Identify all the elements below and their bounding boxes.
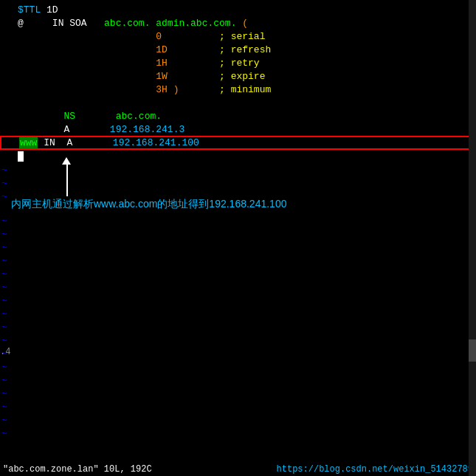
statusbar-left: "abc.com.zone.lan" 10L, 192C: [3, 464, 152, 475]
serial-num: 0: [156, 31, 162, 42]
serial-comment: ; serial: [219, 31, 265, 42]
ns-domain: abc.com.: [116, 111, 162, 122]
www-a: A: [66, 137, 72, 148]
line-2: @ IN SOA abc.com. admin.abc.com. (: [0, 16, 476, 30]
in-keyword: IN SOA: [52, 18, 87, 29]
spacer3: [72, 137, 113, 148]
expire-num: 1W: [156, 71, 168, 82]
editor-area: $TTL 1D @ IN SOA abc.com. admin.abc.com.…: [0, 0, 476, 476]
spacer: [162, 31, 219, 42]
line-blank: [0, 96, 476, 109]
spacer: [24, 18, 52, 29]
spacer2: [87, 18, 104, 29]
spacer3: [236, 18, 242, 29]
statusbar-right: https://blog.csdn.net/weixin_51432789: [277, 464, 473, 475]
spacer: [69, 124, 110, 135]
cursor-block: [18, 151, 24, 162]
a-keyword: A: [63, 124, 69, 135]
tilde-2: ~: [0, 176, 476, 190]
ns-keyword: NS: [63, 111, 75, 122]
line-ns: NS abc.com.: [0, 109, 476, 123]
www-in: IN: [44, 137, 55, 148]
retry-comment: ; retry: [219, 58, 260, 69]
soa-domain: abc.com. admin.abc.com.: [104, 18, 236, 29]
annotation-text: 内网主机通过解析www.abc.com的地址得到192.168.241.100: [11, 198, 286, 211]
retry-num: 1H: [156, 58, 168, 69]
line-6: 1W ; expire: [0, 69, 476, 83]
spacer: [168, 58, 219, 69]
expire-comment: ; expire: [219, 71, 265, 82]
refresh-comment: ; refresh: [219, 44, 271, 55]
indent: [18, 111, 63, 122]
scrollbar-thumb[interactable]: [469, 339, 476, 362]
ttl-value: 1D: [41, 4, 58, 15]
line-3: 0 ; serial: [0, 30, 476, 43]
arrow-line: [66, 164, 68, 196]
tilde-1: ~: [0, 163, 476, 176]
spacer: [179, 84, 219, 95]
spacer: [168, 44, 219, 55]
line-5: 1H ; retry: [0, 56, 476, 69]
minimum-num: 3H ): [156, 84, 179, 95]
www-ip: 192.168.241.100: [113, 137, 199, 148]
open-paren: (: [242, 18, 248, 29]
side-label: .4: [0, 347, 10, 357]
spacer: [38, 137, 44, 148]
at-sign: @: [18, 18, 24, 29]
indent: [18, 124, 63, 135]
indent: [18, 44, 156, 55]
spacer: [75, 111, 116, 122]
www-label: www: [19, 137, 38, 148]
cursor-line: [0, 150, 476, 163]
minimum-comment: ; minimum: [219, 84, 271, 95]
indent: [18, 71, 156, 82]
refresh-num: 1D: [156, 44, 168, 55]
tilde-group-2: ~ ~ ~ ~ ~ ~ ~ ~ ~ ~ ~ ~ ~ ~ ~ ~ ~: [0, 214, 476, 440]
indent: [18, 58, 156, 69]
line-1: $TTL 1D: [0, 3, 476, 16]
indent: [18, 31, 156, 42]
line-7: 3H ) ; minimum: [0, 83, 476, 96]
ttl-directive: $TTL: [18, 4, 41, 15]
a-ip: 192.168.241.3: [110, 124, 184, 135]
scrollbar[interactable]: [469, 0, 476, 476]
indent: [18, 84, 156, 95]
statusbar: "abc.com.zone.lan" 10L, 192C https://blo…: [0, 463, 476, 476]
line-www: www IN A 192.168.241.100: [0, 136, 476, 150]
spacer: [168, 71, 219, 82]
spacer2: [55, 137, 67, 148]
line-a: A 192.168.241.3: [0, 123, 476, 136]
line-4: 1D ; refresh: [0, 43, 476, 56]
